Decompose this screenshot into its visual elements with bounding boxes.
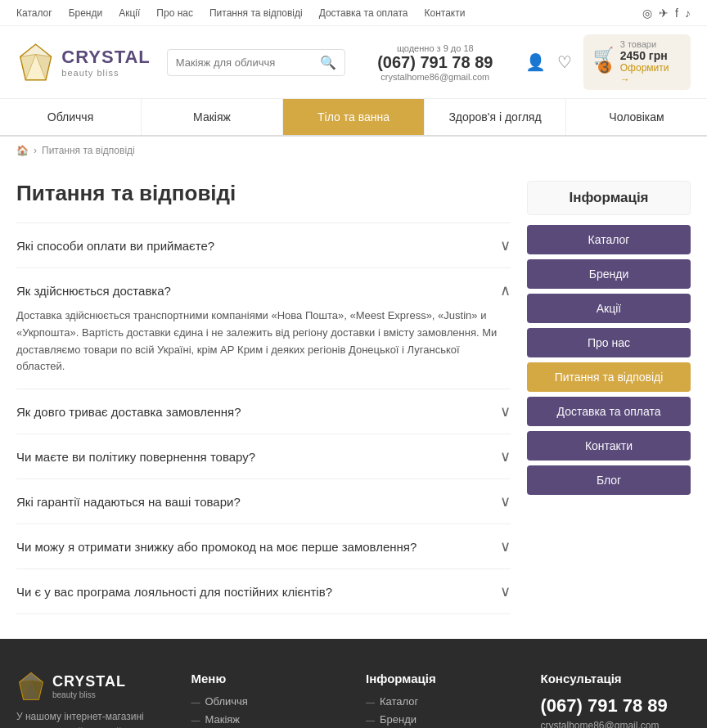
logo-brand-name: CRYSTAL	[61, 47, 150, 68]
footer-logo: CRYSTAL beauty bliss	[16, 672, 167, 701]
nav-tilo[interactable]: Тіло та ванна	[283, 99, 425, 135]
footer-top: CRYSTAL beauty bliss У нашому інтернет-м…	[16, 672, 691, 728]
search-input[interactable]	[176, 56, 313, 69]
cart-total: 2450 грн	[620, 49, 681, 62]
topnav-faq[interactable]: Питання та відповіді	[209, 7, 303, 19]
footer-logo-text: CRYSTAL beauty bliss	[52, 673, 126, 699]
footer-col-consult: Консультація (067) 791 78 89 crystalhome…	[541, 672, 691, 728]
header-email[interactable]: crystalhome86@gmail.com	[362, 72, 509, 82]
faq-question-3[interactable]: Як довго триває доставка замовлення? ∨	[16, 402, 511, 420]
sidebar-btn-brendy[interactable]: Бренди	[527, 259, 691, 289]
facebook-icon[interactable]: f	[675, 7, 678, 20]
cart-checkout-btn[interactable]: Оформити →	[620, 62, 681, 85]
topnav-pro-nas[interactable]: Про нас	[156, 7, 193, 19]
faq-item-6[interactable]: Чи можу я отримати знижку або промокод н…	[16, 524, 511, 569]
sidebar: Інформація Каталог Бренди Акції Про нас …	[527, 181, 691, 614]
chevron-down-icon-6: ∨	[500, 537, 511, 555]
search-icon[interactable]: 🔍	[320, 55, 336, 70]
topnav-brendy[interactable]: Бренди	[69, 7, 103, 19]
faq-question-5[interactable]: Які гарантії надаються на ваші товари? ∨	[16, 492, 511, 510]
header: CRYSTAL beauty bliss 🔍 щоденно з 9 до 18…	[0, 26, 707, 99]
main-content: Питання та відповіді Які способи оплати …	[0, 164, 707, 639]
logo[interactable]: CRYSTAL beauty bliss	[16, 43, 151, 82]
sidebar-btn-faq[interactable]: Питання та відповіді	[527, 362, 691, 392]
footer-logo-icon	[16, 672, 46, 701]
breadcrumb-separator: ›	[34, 145, 37, 156]
nav-makiazh[interactable]: Макіяж	[142, 99, 283, 135]
nav-cholovikam[interactable]: Чоловікам	[566, 99, 707, 135]
header-phone[interactable]: (067) 791 78 89	[362, 53, 509, 72]
cart-info: 3 товари 2450 грн Оформити →	[620, 39, 681, 85]
footer-info-list: Каталог Бренди Акції Про нас Питання та …	[366, 695, 516, 728]
faq-question-4[interactable]: Чи маєте ви політику повернення товару? …	[16, 447, 511, 465]
cart-box[interactable]: 🛒 3 3 товари 2450 грн Оформити →	[583, 34, 691, 90]
search-bar[interactable]: 🔍	[167, 49, 345, 76]
chevron-up-icon: ∧	[500, 281, 511, 299]
sidebar-btn-blog[interactable]: Блог	[527, 465, 691, 495]
topnav-aktsii[interactable]: Акції	[119, 7, 140, 19]
logo-diamond-icon	[16, 43, 55, 82]
nav-oblychchia[interactable]: Обличчя	[0, 99, 142, 135]
main-nav: Обличчя Макіяж Тіло та ванна Здоров'я і …	[0, 99, 707, 137]
faq-item-7[interactable]: Чи є у вас програма лояльності для пості…	[16, 569, 511, 614]
faq-item-4[interactable]: Чи маєте ви політику повернення товару? …	[16, 434, 511, 479]
faq-item-3[interactable]: Як довго триває доставка замовлення? ∨	[16, 389, 511, 434]
topnav-katalog[interactable]: Каталог	[16, 7, 52, 19]
footer-info-brendy[interactable]: Бренди	[366, 713, 516, 726]
wishlist-icon[interactable]: ♡	[557, 52, 572, 72]
nav-zdorovya[interactable]: Здоров'я і догляд	[425, 99, 566, 135]
top-bar: Каталог Бренди Акції Про нас Питання та …	[0, 0, 707, 26]
topnav-delivery[interactable]: Доставка та оплата	[319, 7, 408, 19]
faq-question-6[interactable]: Чи можу я отримати знижку або промокод н…	[16, 537, 511, 555]
logo-text: CRYSTAL beauty bliss	[61, 47, 150, 78]
footer-menu-item-makiazh[interactable]: Макіяж	[191, 713, 342, 726]
faq-question-1[interactable]: Які способи оплати ви приймаєте? ∨	[16, 236, 511, 254]
faq-title: Питання та відповіді	[16, 181, 511, 206]
tiktok-icon[interactable]: ♪	[685, 7, 691, 20]
faq-question-2[interactable]: Як здійснюється доставка? ∧	[16, 281, 511, 299]
sidebar-btn-aktsii[interactable]: Акції	[527, 294, 691, 323]
header-contact: щоденно з 9 до 18 (067) 791 78 89 crysta…	[362, 43, 509, 82]
chevron-down-icon-4: ∨	[500, 447, 511, 465]
chevron-down-icon-5: ∨	[500, 492, 511, 510]
social-icons: ◎ ✈ f ♪	[642, 7, 691, 20]
sidebar-title: Інформація	[527, 181, 691, 215]
footer-info-katalog[interactable]: Каталог	[366, 695, 516, 708]
breadcrumb-current: Питання та відповіді	[42, 145, 135, 156]
footer-menu-list: Обличчя Макіяж Тіло та ванна Здоров'я і …	[191, 695, 342, 728]
cart-items-label: 3 товари	[620, 39, 681, 49]
footer-menu-title: Меню	[191, 672, 342, 685]
chevron-down-icon-3: ∨	[500, 402, 511, 420]
breadcrumb-home[interactable]: 🏠	[16, 145, 29, 156]
footer-consult-email[interactable]: crystalhome86@gmail.com	[541, 720, 691, 728]
footer-consult-phone[interactable]: (067) 791 78 89	[541, 695, 691, 717]
footer-info-title: Інформація	[366, 672, 516, 685]
top-nav: Каталог Бренди Акції Про нас Питання та …	[16, 7, 465, 19]
footer-brand-sub: beauty bliss	[52, 690, 126, 699]
sidebar-btn-pro-nas[interactable]: Про нас	[527, 328, 691, 357]
sidebar-btn-contacts[interactable]: Контакти	[527, 431, 691, 461]
faq-question-7[interactable]: Чи є у вас програма лояльності для пості…	[16, 582, 511, 600]
logo-tagline: beauty bliss	[61, 68, 150, 78]
footer-col-info: Інформація Каталог Бренди Акції Про нас …	[366, 672, 516, 728]
chevron-down-icon-7: ∨	[500, 582, 511, 600]
user-icon[interactable]: 👤	[525, 52, 546, 72]
faq-item-2[interactable]: Як здійснюється доставка? ∧ Доставка зді…	[16, 268, 511, 389]
header-hours: щоденно з 9 до 18	[362, 43, 509, 53]
telegram-icon[interactable]: ✈	[659, 7, 669, 20]
instagram-icon[interactable]: ◎	[642, 7, 652, 20]
footer-consult-title: Консультація	[541, 672, 691, 685]
footer: CRYSTAL beauty bliss У нашому інтернет-м…	[0, 639, 707, 728]
faq-item-1[interactable]: Які способи оплати ви приймаєте? ∨	[16, 222, 511, 268]
faq-section: Питання та відповіді Які способи оплати …	[16, 181, 511, 614]
cart-badge: 3	[598, 61, 611, 74]
sidebar-btn-katalog[interactable]: Каталог	[527, 225, 691, 254]
chevron-down-icon: ∨	[500, 236, 511, 254]
faq-answer-2: Доставка здійснюється транспортними комп…	[16, 308, 511, 375]
sidebar-btn-delivery[interactable]: Доставка та оплата	[527, 397, 691, 426]
topnav-contacts[interactable]: Контакти	[425, 7, 466, 19]
footer-desc: У нашому інтернет-магазині Crystal ти зн…	[16, 709, 167, 728]
faq-item-5[interactable]: Які гарантії надаються на ваші товари? ∨	[16, 479, 511, 524]
footer-menu-item-oblychchia[interactable]: Обличчя	[191, 695, 342, 708]
footer-brand-name: CRYSTAL	[52, 673, 126, 690]
